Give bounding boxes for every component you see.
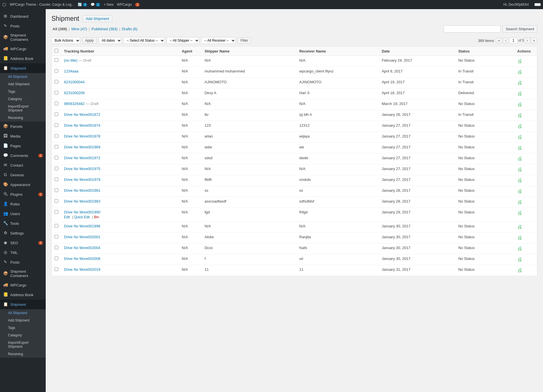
edit-link[interactable]: Edit <box>64 215 70 219</box>
add-shipment-button[interactable]: Add Shipment <box>83 15 112 22</box>
sidebar-item-tools[interactable]: 🔧 Tools <box>0 219 46 228</box>
search-button[interactable]: Search Shipment <box>502 25 537 33</box>
pagination-first[interactable]: « <box>496 38 502 43</box>
pagination-prev[interactable]: ‹ <box>503 38 508 43</box>
updates-badge[interactable]: 🔄 4 <box>78 3 87 7</box>
row-checkbox[interactable] <box>55 167 58 170</box>
select-all-checkbox[interactable] <box>55 49 58 52</box>
print-icon[interactable]: 🖨 <box>517 123 522 129</box>
new-button[interactable]: + New <box>104 3 113 7</box>
row-checkbox[interactable] <box>55 112 58 116</box>
sidebar-item-wpcargo-2[interactable]: 🚚 WPCargo <box>0 280 46 290</box>
sidebar-item-contact[interactable]: ✉ Contact <box>0 160 46 170</box>
print-icon[interactable]: 🖨 <box>517 80 522 86</box>
sub-all-shipment-2[interactable]: All Shipment <box>0 309 46 317</box>
sidebar-item-roles[interactable]: 👤 Roles <box>0 199 46 209</box>
row-checkbox[interactable] <box>55 199 58 203</box>
sidebar-item-shipment-2[interactable]: 📋 Shipment <box>0 300 46 309</box>
sidebar-item-appearance[interactable]: 🎨 Appearance <box>0 180 46 189</box>
print-icon[interactable]: 🖨 <box>517 156 522 161</box>
print-icon[interactable]: 🖨 <box>517 112 522 118</box>
all-status-select[interactable]: -- Select All Status -- <box>123 37 165 44</box>
tracking-link[interactable]: Drive No More001983 <box>64 199 100 203</box>
sub-import-export-2[interactable]: Import/Export Shipment <box>0 339 46 350</box>
sub-tags-2[interactable]: Tags <box>0 324 46 332</box>
pagination-input[interactable] <box>509 38 518 43</box>
print-icon[interactable]: 🖨 <box>517 102 522 107</box>
print-icon[interactable]: 🖨 <box>517 246 522 251</box>
tracking-link[interactable]: Drive No More001979 <box>64 177 100 182</box>
screen-options-button[interactable] <box>534 3 541 6</box>
tracking-link[interactable]: Drive No More001872 <box>64 112 100 117</box>
tracking-link[interactable]: Drive No More002008 <box>64 256 100 261</box>
sidebar-item-parcels[interactable]: 📦 Parcels <box>0 122 46 131</box>
sub-import-export[interactable]: Import/Export Shipment <box>0 103 46 114</box>
all-receiver-select[interactable]: -- All Receiver -- <box>201 37 236 44</box>
sidebar-item-posts-2[interactable]: ✎ Posts <box>0 257 46 267</box>
sidebar-item-shipment-containers[interactable]: 📦 Shipment Containers <box>0 31 46 44</box>
print-icon[interactable]: 🖨 <box>517 58 522 64</box>
tracking-link[interactable]: Drive No More001990 <box>64 210 100 214</box>
site-name[interactable]: WPCargo Theme - Courier, Cargo & Log... <box>10 3 74 7</box>
row-checkbox[interactable] <box>55 145 58 149</box>
wp-logo[interactable]: ⬡ <box>2 2 6 7</box>
sidebar-item-settings[interactable]: ⚙ Settings <box>0 228 46 238</box>
quick-edit-link[interactable]: Quick Edit <box>74 215 90 219</box>
col-header-receiver[interactable]: Receiver Name <box>296 47 379 56</box>
sub-tags[interactable]: Tags <box>0 88 46 95</box>
tracking-link[interactable]: Drive No More002001 <box>64 235 100 239</box>
comments-badge[interactable]: 💬 2 <box>91 3 100 7</box>
sub-all-shipment[interactable]: All Shipment <box>0 73 46 80</box>
tracking-link[interactable]: (no title) <box>64 58 77 62</box>
tracking-link[interactable]: Drive No More001972 <box>64 156 100 160</box>
tracking-link[interactable]: Drive No More002004 <box>64 246 100 250</box>
print-icon[interactable]: 🖨 <box>517 145 522 151</box>
print-icon[interactable]: 🖨 <box>517 167 522 172</box>
tracking-link[interactable]: 1234aaa <box>64 69 79 73</box>
wpcargo-label[interactable]: WPCargo <box>117 3 132 7</box>
row-checkbox[interactable] <box>55 80 58 84</box>
sidebar-item-wpcargo[interactable]: 🚚 WPCargo <box>0 44 46 54</box>
sidebar-item-tml[interactable]: ◎ TML <box>0 248 46 257</box>
print-icon[interactable]: 🖨 <box>517 267 522 273</box>
apply-button[interactable]: Apply <box>82 37 97 44</box>
col-header-shipper[interactable]: Shipper Name <box>202 47 296 56</box>
row-checkbox[interactable] <box>55 256 58 260</box>
sidebar-item-shipment[interactable]: 📋 Shipment <box>0 63 46 73</box>
print-icon[interactable]: 🖨 <box>517 224 522 230</box>
sidebar-item-users[interactable]: 👥 Users <box>0 209 46 219</box>
sub-category[interactable]: Category <box>0 95 46 103</box>
print-icon[interactable]: 🖨 <box>517 177 522 183</box>
search-input[interactable] <box>444 25 501 33</box>
print-icon[interactable]: 🖨 <box>517 188 522 194</box>
all-dates-select[interactable]: All dates <box>99 37 122 44</box>
pagination-next[interactable]: › <box>524 38 530 43</box>
sub-add-shipment-2[interactable]: Add Shipment <box>0 317 46 324</box>
sidebar-item-shipment-containers-2[interactable]: 📦 Shipment Containers <box>0 267 46 280</box>
print-icon[interactable]: 🖨 <box>517 134 522 140</box>
col-header-agent[interactable]: Agent <box>179 47 202 56</box>
row-checkbox[interactable] <box>55 224 58 228</box>
sidebar-item-address-book[interactable]: 📒 Address Book <box>0 54 46 63</box>
filter-button[interactable]: Filter <box>237 37 251 44</box>
pagination-last[interactable]: » <box>531 38 537 43</box>
tracking-link[interactable]: Drive No More001878 <box>64 134 100 138</box>
row-checkbox[interactable] <box>55 177 58 181</box>
row-checkbox[interactable] <box>55 210 58 214</box>
sub-receiving-2[interactable]: Receiving <box>0 350 46 358</box>
tracking-link[interactable]: Drive No More001975 <box>64 167 100 171</box>
sub-add-shipment[interactable]: Add Shipment <box>0 80 46 88</box>
sidebar-item-comments[interactable]: 💬 Comments 2 <box>0 151 46 160</box>
sidebar-item-genesis[interactable]: G Genesis <box>0 170 46 180</box>
sidebar-item-address-book-2[interactable]: 📒 Address Book <box>0 290 46 300</box>
tracking-link[interactable]: Drive No More001969 <box>64 145 100 149</box>
row-checkbox[interactable] <box>55 267 58 271</box>
print-icon[interactable]: 🖨 <box>517 235 522 241</box>
tracking-link[interactable]: 9856325482 <box>64 102 85 106</box>
tracking-link[interactable]: Drive No More001874 <box>64 123 100 128</box>
row-checkbox[interactable] <box>55 102 58 105</box>
trash-link[interactable]: Bin <box>94 215 99 219</box>
row-checkbox[interactable] <box>55 134 58 138</box>
row-checkbox[interactable] <box>55 156 58 159</box>
filter-tab-all[interactable]: All (389) <box>51 26 68 32</box>
